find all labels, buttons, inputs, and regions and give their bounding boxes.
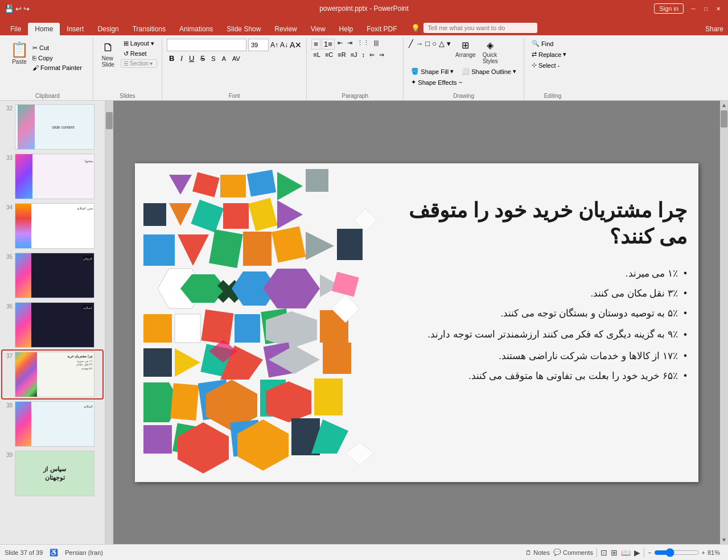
- numbering-button[interactable]: 1≡: [322, 39, 335, 50]
- smart-art-button[interactable]: ⋮⋮: [355, 39, 371, 50]
- ltr-button[interactable]: ⇒: [377, 51, 386, 59]
- line-spacing-button[interactable]: ↕: [360, 51, 367, 59]
- decrease-indent-button[interactable]: ⇤: [336, 39, 344, 50]
- signin-button[interactable]: Sign in: [654, 3, 684, 14]
- rect-shape[interactable]: □: [425, 39, 430, 65]
- section-button[interactable]: ☰ Section ▾: [121, 59, 157, 68]
- slide-37[interactable]: 37 چرا مشتریان خرید ۱٪ می میرند ۳٪ نقل م…: [2, 351, 102, 398]
- slide-36[interactable]: 36 اسلاید: [2, 301, 102, 349]
- shape-fill-button[interactable]: 🪣 Shape Fill ▾: [408, 67, 456, 76]
- format-painter-button[interactable]: 🖌 Format Painter: [30, 63, 85, 72]
- tab-home[interactable]: Home: [28, 23, 60, 35]
- font-size-input[interactable]: [248, 39, 269, 51]
- maximize-button[interactable]: □: [701, 3, 711, 14]
- bold-button[interactable]: B: [167, 53, 176, 63]
- justify-button[interactable]: ≡J: [349, 51, 359, 59]
- zoom-out-button[interactable]: −: [648, 549, 651, 556]
- find-button[interactable]: 🔍 Find: [529, 39, 556, 48]
- tab-foxit[interactable]: Foxit PDF: [360, 23, 404, 35]
- notes-button[interactable]: 🗒 Notes: [525, 549, 550, 556]
- save-icon[interactable]: 💾: [5, 5, 14, 13]
- slide-canvas[interactable]: چرا مشتریان خرید خود را متوقف می کنند؟ ۱…: [135, 163, 698, 482]
- minimize-button[interactable]: ─: [688, 3, 698, 14]
- tab-insert[interactable]: Insert: [60, 23, 91, 35]
- shape-outline-button[interactable]: ⬜ Shape Outline ▾: [459, 67, 519, 76]
- clear-format-button[interactable]: A✕: [290, 40, 302, 50]
- select-button[interactable]: ⊹ Select -: [529, 60, 562, 70]
- redo-icon[interactable]: ↪: [23, 5, 30, 13]
- zoom-slider[interactable]: [654, 548, 700, 557]
- strikethrough-button[interactable]: S̶: [198, 53, 207, 63]
- comments-button[interactable]: 💬 Comments: [553, 549, 593, 556]
- italic-button[interactable]: I: [178, 53, 185, 63]
- increase-indent-button[interactable]: ⇥: [346, 39, 354, 50]
- triangle-shape[interactable]: △: [438, 39, 445, 65]
- new-slide-button[interactable]: 🗋 NewSlide: [98, 39, 118, 70]
- close-button[interactable]: ✕: [713, 3, 723, 14]
- right-scrollbar[interactable]: ▲ ▼: [720, 101, 728, 544]
- tab-review[interactable]: Review: [268, 23, 303, 35]
- cut-button[interactable]: ✂ Cut: [30, 43, 85, 53]
- align-left-button[interactable]: ≡L: [311, 51, 322, 59]
- underline-button[interactable]: U: [187, 53, 196, 63]
- bullet-3[interactable]: ۵٪ به توصیه دوستان و بستگان توجه می کنند…: [402, 307, 687, 319]
- font-family-input[interactable]: [167, 39, 246, 51]
- copy-button[interactable]: ⎘ Copy: [30, 53, 85, 63]
- tab-help[interactable]: Help: [332, 23, 360, 35]
- zoom-in-button[interactable]: +: [702, 549, 705, 556]
- reading-view-button[interactable]: 📖: [621, 548, 631, 557]
- tab-animations[interactable]: Animations: [172, 23, 220, 35]
- bullet-2[interactable]: ۳٪ نقل مکان می کنند.: [402, 287, 687, 299]
- share-button[interactable]: Share: [705, 25, 723, 33]
- left-scrollbar[interactable]: [105, 101, 113, 544]
- replace-button[interactable]: ⇄ Replace ▾: [529, 50, 569, 59]
- bullet-1[interactable]: ۱٪ می میرند.: [402, 267, 687, 279]
- line-shape[interactable]: ╱: [408, 39, 414, 65]
- slide-35[interactable]: 35 فروش: [2, 252, 102, 299]
- tab-view[interactable]: View: [304, 23, 332, 35]
- title-bar: 💾 ↩ ↪ powerpoint.pptx - PowerPoint Sign …: [0, 0, 728, 17]
- oval-shape[interactable]: ○: [431, 39, 437, 65]
- slide-32[interactable]: 32 slide content: [2, 103, 102, 151]
- columns-button[interactable]: |||: [372, 39, 381, 50]
- tab-file[interactable]: File: [3, 23, 28, 35]
- increase-font-button[interactable]: A↑: [270, 41, 278, 49]
- bullet-4[interactable]: ۹٪ به گزینه دیگری که فکر می کنند ارزشمند…: [402, 327, 687, 342]
- slide-title[interactable]: چرا مشتریان خرید خود را متوقف می کنند؟: [402, 197, 687, 251]
- align-center-button[interactable]: ≡C: [323, 51, 335, 59]
- slide-39[interactable]: 39 سپاس ازتوجهتان: [2, 450, 102, 497]
- slide-panel[interactable]: 32 slide content 33 محتوا 34: [0, 101, 105, 544]
- reset-button[interactable]: ↺ Reset: [121, 49, 157, 59]
- align-right-button[interactable]: ≡R: [336, 51, 347, 59]
- more-shapes[interactable]: ▾: [446, 39, 451, 65]
- bullets-button[interactable]: ≡: [311, 39, 320, 50]
- tab-transitions[interactable]: Transitions: [126, 23, 172, 35]
- paste-button[interactable]: 📋 Paste ✂ Cut ⎘ Copy 🖌 Format Painter: [7, 39, 88, 75]
- undo-icon[interactable]: ↩: [15, 5, 22, 13]
- qat[interactable]: 💾 ↩ ↪: [5, 5, 30, 13]
- arrange-button[interactable]: ⊞ Arrange: [453, 39, 479, 65]
- slide-sorter-button[interactable]: ⊞: [611, 548, 618, 557]
- bullet-5[interactable]: ۱۷٪ از کالاها و خدمات شرکت ناراضی هستند.: [402, 350, 687, 362]
- bullet-6[interactable]: ۶۵٪ خرید خود را بعلت بی تفاوتی ها متوقف …: [402, 370, 687, 382]
- tell-me-input[interactable]: [423, 23, 537, 33]
- font-color-button[interactable]: A: [220, 55, 228, 63]
- window-controls[interactable]: ─ □ ✕: [688, 3, 723, 14]
- zoom-level[interactable]: 81%: [708, 549, 723, 556]
- shadow-button[interactable]: S: [209, 55, 217, 63]
- slide-33[interactable]: 33 محتوا: [2, 153, 102, 200]
- accessibility-icon[interactable]: ♿: [50, 549, 58, 557]
- arrow-shape[interactable]: →: [415, 39, 423, 65]
- char-spacing-button[interactable]: AV: [230, 55, 242, 63]
- decrease-font-button[interactable]: A↓: [280, 41, 288, 49]
- slide-34[interactable]: 34 متن اسلاید: [2, 202, 102, 250]
- shape-effects-button[interactable]: ✦ Shape Effects ~: [408, 77, 465, 87]
- slideshow-button[interactable]: ▶: [634, 548, 640, 557]
- layout-button[interactable]: ⊞ Layout ▾: [121, 39, 157, 48]
- normal-view-button[interactable]: ⊡: [601, 548, 607, 557]
- tab-design[interactable]: Design: [91, 23, 125, 35]
- tab-slideshow[interactable]: Slide Show: [220, 23, 268, 35]
- rtl-button[interactable]: ⇐: [368, 51, 376, 59]
- quick-styles-button[interactable]: ◈ QuickStyles: [480, 39, 501, 65]
- slide-38[interactable]: 38 اسلاید: [2, 400, 102, 448]
